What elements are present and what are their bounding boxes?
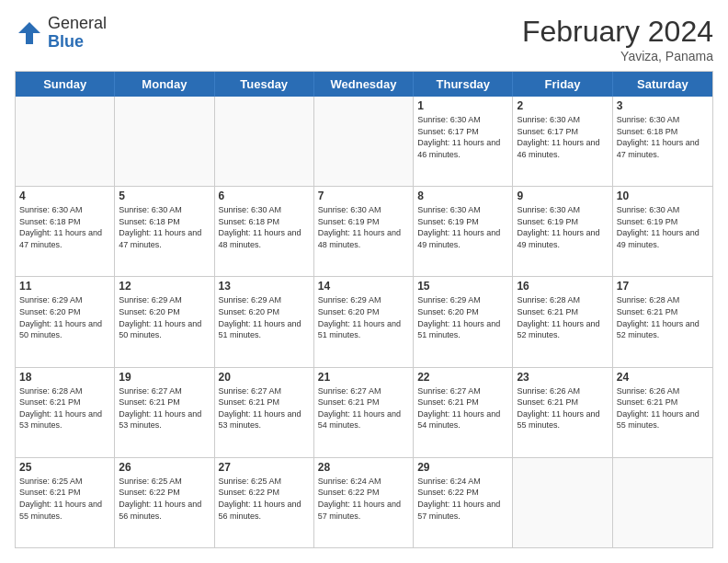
day-number: 16 xyxy=(517,280,608,293)
logo-general: General xyxy=(48,14,107,32)
day-number: 27 xyxy=(219,461,310,474)
calendar-cell: 24Sunrise: 6:26 AM Sunset: 6:21 PM Dayli… xyxy=(613,368,712,457)
day-number: 14 xyxy=(318,280,409,293)
calendar-cell: 14Sunrise: 6:29 AM Sunset: 6:20 PM Dayli… xyxy=(314,277,414,366)
cell-info: Sunrise: 6:25 AM Sunset: 6:22 PM Dayligh… xyxy=(219,476,310,522)
cell-info: Sunrise: 6:30 AM Sunset: 6:18 PM Dayligh… xyxy=(19,204,110,250)
day-number: 8 xyxy=(417,190,508,202)
cell-info: Sunrise: 6:28 AM Sunset: 6:21 PM Dayligh… xyxy=(617,294,709,340)
calendar-cell: 5Sunrise: 6:30 AM Sunset: 6:18 PM Daylig… xyxy=(115,187,214,276)
header-day-wednesday: Wednesday xyxy=(314,72,414,97)
cell-info: Sunrise: 6:29 AM Sunset: 6:20 PM Dayligh… xyxy=(119,294,210,340)
cell-info: Sunrise: 6:29 AM Sunset: 6:20 PM Dayligh… xyxy=(19,294,110,340)
logo-blue: Blue xyxy=(48,32,84,51)
calendar-header-row: SundayMondayTuesdayWednesdayThursdayFrid… xyxy=(16,72,712,97)
day-number: 29 xyxy=(417,461,508,474)
calendar-cell xyxy=(613,458,712,547)
header-day-thursday: Thursday xyxy=(414,72,513,97)
day-number: 3 xyxy=(617,99,709,112)
calendar-cell: 12Sunrise: 6:29 AM Sunset: 6:20 PM Dayli… xyxy=(115,277,214,366)
cell-info: Sunrise: 6:27 AM Sunset: 6:21 PM Dayligh… xyxy=(318,385,409,431)
day-number: 23 xyxy=(517,371,608,384)
cell-info: Sunrise: 6:29 AM Sunset: 6:20 PM Dayligh… xyxy=(417,294,508,340)
calendar-cell: 28Sunrise: 6:24 AM Sunset: 6:22 PM Dayli… xyxy=(314,458,414,547)
day-number: 10 xyxy=(617,190,709,202)
header-day-tuesday: Tuesday xyxy=(215,72,314,97)
title-block: February 2024 Yaviza, Panama xyxy=(522,15,713,63)
calendar-cell: 17Sunrise: 6:28 AM Sunset: 6:21 PM Dayli… xyxy=(613,277,712,366)
cell-info: Sunrise: 6:30 AM Sunset: 6:19 PM Dayligh… xyxy=(318,204,409,250)
cell-info: Sunrise: 6:30 AM Sunset: 6:18 PM Dayligh… xyxy=(119,204,210,250)
day-number: 26 xyxy=(119,461,210,474)
cell-info: Sunrise: 6:30 AM Sunset: 6:18 PM Dayligh… xyxy=(617,114,709,160)
day-number: 13 xyxy=(219,280,310,293)
calendar-cell: 23Sunrise: 6:26 AM Sunset: 6:21 PM Dayli… xyxy=(513,368,612,457)
day-number: 1 xyxy=(417,99,508,112)
day-number: 15 xyxy=(417,280,508,293)
calendar: SundayMondayTuesdayWednesdayThursdayFrid… xyxy=(15,71,713,548)
logo-icon xyxy=(15,18,44,48)
header: General Blue February 2024 Yaviza, Panam… xyxy=(15,15,713,63)
calendar-cell: 4Sunrise: 6:30 AM Sunset: 6:18 PM Daylig… xyxy=(16,187,115,276)
calendar-cell: 10Sunrise: 6:30 AM Sunset: 6:19 PM Dayli… xyxy=(613,187,712,276)
cell-info: Sunrise: 6:30 AM Sunset: 6:18 PM Dayligh… xyxy=(219,204,310,250)
calendar-cell: 18Sunrise: 6:28 AM Sunset: 6:21 PM Dayli… xyxy=(16,368,115,457)
day-number: 11 xyxy=(19,280,110,293)
day-number: 4 xyxy=(19,190,110,202)
calendar-cell xyxy=(314,97,414,186)
calendar-cell: 7Sunrise: 6:30 AM Sunset: 6:19 PM Daylig… xyxy=(314,187,414,276)
cell-info: Sunrise: 6:24 AM Sunset: 6:22 PM Dayligh… xyxy=(417,476,508,522)
day-number: 28 xyxy=(318,461,409,474)
calendar-row-3: 18Sunrise: 6:28 AM Sunset: 6:21 PM Dayli… xyxy=(16,368,712,458)
calendar-cell: 11Sunrise: 6:29 AM Sunset: 6:20 PM Dayli… xyxy=(16,277,115,366)
cell-info: Sunrise: 6:27 AM Sunset: 6:21 PM Dayligh… xyxy=(219,385,310,431)
day-number: 24 xyxy=(617,371,709,384)
calendar-cell: 20Sunrise: 6:27 AM Sunset: 6:21 PM Dayli… xyxy=(215,368,314,457)
day-number: 5 xyxy=(119,190,210,202)
calendar-cell: 8Sunrise: 6:30 AM Sunset: 6:19 PM Daylig… xyxy=(414,187,513,276)
calendar-cell: 16Sunrise: 6:28 AM Sunset: 6:21 PM Dayli… xyxy=(513,277,612,366)
calendar-cell: 9Sunrise: 6:30 AM Sunset: 6:19 PM Daylig… xyxy=(513,187,612,276)
calendar-row-0: 1Sunrise: 6:30 AM Sunset: 6:17 PM Daylig… xyxy=(16,97,712,187)
day-number: 6 xyxy=(219,190,310,202)
cell-info: Sunrise: 6:25 AM Sunset: 6:21 PM Dayligh… xyxy=(19,476,110,522)
calendar-cell: 2Sunrise: 6:30 AM Sunset: 6:17 PM Daylig… xyxy=(513,97,612,186)
cell-info: Sunrise: 6:27 AM Sunset: 6:21 PM Dayligh… xyxy=(417,385,508,431)
cell-info: Sunrise: 6:29 AM Sunset: 6:20 PM Dayligh… xyxy=(219,294,310,340)
day-number: 7 xyxy=(318,190,409,202)
day-number: 18 xyxy=(19,371,110,384)
page: General Blue February 2024 Yaviza, Panam… xyxy=(0,0,728,563)
svg-marker-0 xyxy=(18,22,40,44)
cell-info: Sunrise: 6:28 AM Sunset: 6:21 PM Dayligh… xyxy=(19,385,110,431)
cell-info: Sunrise: 6:26 AM Sunset: 6:21 PM Dayligh… xyxy=(517,385,608,431)
calendar-cell: 22Sunrise: 6:27 AM Sunset: 6:21 PM Dayli… xyxy=(414,368,513,457)
calendar-cell: 21Sunrise: 6:27 AM Sunset: 6:21 PM Dayli… xyxy=(314,368,414,457)
logo-text: General Blue xyxy=(48,15,107,52)
calendar-row-1: 4Sunrise: 6:30 AM Sunset: 6:18 PM Daylig… xyxy=(16,187,712,277)
cell-info: Sunrise: 6:28 AM Sunset: 6:21 PM Dayligh… xyxy=(517,294,608,340)
day-number: 19 xyxy=(119,371,210,384)
day-number: 21 xyxy=(318,371,409,384)
day-number: 12 xyxy=(119,280,210,293)
cell-info: Sunrise: 6:30 AM Sunset: 6:19 PM Dayligh… xyxy=(417,204,508,250)
day-number: 17 xyxy=(617,280,709,293)
calendar-cell: 25Sunrise: 6:25 AM Sunset: 6:21 PM Dayli… xyxy=(16,458,115,547)
logo: General Blue xyxy=(15,15,107,52)
cell-info: Sunrise: 6:24 AM Sunset: 6:22 PM Dayligh… xyxy=(318,476,409,522)
calendar-cell xyxy=(215,97,314,186)
day-number: 2 xyxy=(517,99,608,112)
cell-info: Sunrise: 6:30 AM Sunset: 6:19 PM Dayligh… xyxy=(617,204,709,250)
calendar-body: 1Sunrise: 6:30 AM Sunset: 6:17 PM Daylig… xyxy=(16,97,712,547)
calendar-cell: 1Sunrise: 6:30 AM Sunset: 6:17 PM Daylig… xyxy=(414,97,513,186)
subtitle: Yaviza, Panama xyxy=(522,49,713,63)
day-number: 9 xyxy=(517,190,608,202)
cell-info: Sunrise: 6:30 AM Sunset: 6:17 PM Dayligh… xyxy=(517,114,608,160)
calendar-cell xyxy=(16,97,115,186)
cell-info: Sunrise: 6:26 AM Sunset: 6:21 PM Dayligh… xyxy=(617,385,709,431)
day-number: 20 xyxy=(219,371,310,384)
cell-info: Sunrise: 6:27 AM Sunset: 6:21 PM Dayligh… xyxy=(119,385,210,431)
month-title: February 2024 xyxy=(522,15,713,49)
header-day-friday: Friday xyxy=(513,72,612,97)
calendar-cell: 26Sunrise: 6:25 AM Sunset: 6:22 PM Dayli… xyxy=(115,458,214,547)
header-day-sunday: Sunday xyxy=(16,72,115,97)
